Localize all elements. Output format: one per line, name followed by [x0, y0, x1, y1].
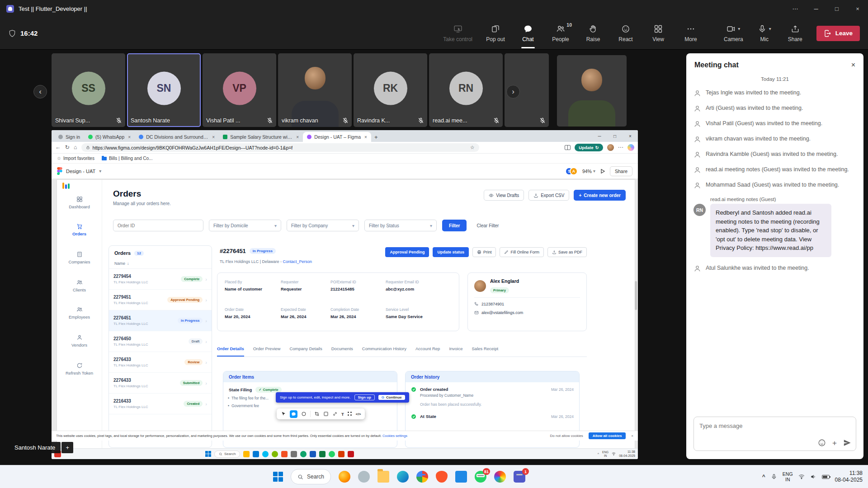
filter-domicile-select[interactable]: Filter by Domicile ▾ [209, 220, 281, 231]
browser-update-button[interactable]: Update ↻ [575, 144, 603, 151]
new-tab-button[interactable]: + [371, 132, 381, 142]
strip-next-button[interactable]: › [506, 85, 520, 99]
contact-person-link[interactable]: Contact_Person [283, 259, 312, 264]
brave-icon[interactable] [436, 471, 448, 483]
rect-tool-icon[interactable] [323, 411, 329, 417]
order-row[interactable]: 2276433TL Flex Holdings LLC Submitted › [109, 373, 212, 394]
order-row-selected[interactable]: 2276451TL Flex Holdings LLC In Progress … [109, 310, 212, 331]
phantom-icon[interactable] [358, 471, 370, 483]
ellipse-tool-icon[interactable] [301, 411, 307, 417]
taskbar-app-icon[interactable] [310, 451, 316, 457]
wifi-icon[interactable] [798, 474, 805, 480]
camera-button[interactable]: ▾ Camera [724, 24, 743, 42]
page-scrollbar[interactable] [635, 281, 637, 310]
print-button[interactable]: Print [472, 247, 496, 257]
doc-title-caret-icon[interactable]: ▾ [99, 169, 101, 174]
browser-menu-icon[interactable]: ⋯ [618, 145, 624, 150]
tab-sales-receipt[interactable]: Sales Receipt [472, 346, 499, 357]
fill-online-form-button[interactable]: Fill Online Form [500, 247, 544, 257]
order-row[interactable]: 2279454TL Flex Holdings LLC Complete › [109, 269, 212, 290]
export-csv-button[interactable]: Export CSV [528, 190, 569, 201]
sort-icon[interactable]: ↓ [127, 261, 129, 266]
browser-profile-avatar[interactable] [607, 144, 614, 151]
start-button[interactable] [273, 472, 283, 482]
mic-caret-icon[interactable]: ▾ [769, 26, 771, 31]
participant-tile[interactable]: SS Shivani Sup... [52, 53, 125, 127]
tab-account-rep[interactable]: Account Rep [415, 346, 440, 357]
create-new-order-button[interactable]: + Create new order [574, 190, 626, 201]
sidebar-item-orders[interactable]: Orders [57, 223, 102, 236]
filter-status-select[interactable]: Filter by Status ▾ [364, 220, 437, 231]
tab-communication-history[interactable]: Communication History [362, 346, 406, 357]
browser-sphere-icon[interactable] [494, 471, 506, 483]
tab-close-icon[interactable]: × [128, 135, 131, 140]
browser-minimize-button[interactable]: ─ [592, 130, 607, 142]
filter-button[interactable]: Filter [442, 220, 467, 231]
tray-chevron-icon[interactable]: ^ [598, 452, 599, 455]
battery-icon[interactable] [822, 475, 830, 479]
maximize-button[interactable]: □ [826, 0, 847, 17]
self-video-tile[interactable] [557, 55, 627, 127]
tray-chevron-icon[interactable]: ^ [762, 474, 765, 480]
taskbar-search[interactable]: Search [291, 469, 331, 484]
participant-tile[interactable]: VP Vishal Patil ... [203, 53, 276, 127]
strip-prev-button[interactable]: ‹ [33, 85, 47, 99]
order-row[interactable]: 2276433TL Flex Holdings LLC Review › [109, 352, 212, 373]
titlebar-more-button[interactable]: ⋯ [785, 0, 806, 17]
sidebar-item-refresh-token[interactable]: Refresh Token [57, 362, 102, 375]
chat-close-icon[interactable]: × [851, 61, 855, 69]
taskbar-app-icon[interactable] [319, 451, 326, 457]
vscode-icon[interactable] [455, 471, 467, 483]
split-screen-icon[interactable] [565, 145, 571, 150]
view-drafts-button[interactable]: View Drafts [484, 190, 524, 201]
language-indicator[interactable]: ENGIN [783, 471, 793, 482]
language-indicator[interactable]: ENGIN [602, 450, 609, 457]
tab-close-icon[interactable]: × [296, 135, 299, 140]
update-status-button[interactable]: Update status [433, 247, 469, 257]
browser-tab-sheets[interactable]: Sample Salary Structure with cal... × [219, 132, 303, 142]
tab-close-icon[interactable]: × [212, 135, 215, 140]
teams-icon[interactable]: 1 [514, 471, 525, 483]
participant-tile-video[interactable]: vikram chavan [278, 53, 352, 127]
attach-plus-icon[interactable]: + [832, 439, 837, 447]
mic-button[interactable]: ▾ Mic [755, 24, 774, 42]
react-button[interactable]: React [616, 24, 635, 42]
taskbar-app-icon[interactable] [291, 451, 297, 457]
taskbar-app-icon[interactable] [243, 451, 250, 457]
components-tool-icon[interactable] [348, 412, 352, 416]
clear-filter-button[interactable]: Clear Filter [472, 220, 503, 231]
taskbar-app-icon[interactable] [348, 451, 354, 457]
shared-clock[interactable]: 11:3808-04-2025 [619, 450, 635, 458]
chat-button[interactable]: Chat [519, 24, 538, 42]
tab-company-details[interactable]: Company Details [289, 346, 322, 357]
signup-button[interactable]: Sign up [354, 394, 375, 400]
figma-doc-title[interactable]: Design - UAT [66, 169, 95, 174]
start-icon[interactable] [205, 451, 211, 457]
text-tool-icon[interactable]: T [341, 412, 344, 417]
edge-icon[interactable] [397, 471, 409, 483]
people-button[interactable]: 10 People [551, 24, 570, 42]
order-row[interactable]: 2216433TL Flex Holdings LLC Created › [109, 394, 212, 414]
present-play-icon[interactable] [600, 169, 605, 174]
approval-pending-button[interactable]: Approval Pending [385, 247, 429, 257]
sidebar-item-dashboard[interactable]: Dashboard [57, 196, 102, 209]
zoom-control[interactable]: 94% ▾ [582, 169, 595, 174]
chat-input-box[interactable]: + [693, 417, 856, 451]
browser-tab-maps[interactable]: DC Divisions and Surroundings × [135, 132, 219, 142]
save-as-pdf-button[interactable]: Save as PDF [547, 247, 587, 257]
comment-tool-icon[interactable] [290, 410, 297, 418]
emoji-icon[interactable] [818, 439, 826, 447]
leave-button[interactable]: Leave [816, 26, 860, 41]
filter-company-select[interactable]: Filter by Company ▾ [287, 220, 359, 231]
browser-tab-figma-active[interactable]: Design - UAT – Figma × [303, 132, 371, 142]
tray-mic-icon[interactable] [771, 474, 777, 480]
camera-caret-icon[interactable]: ▾ [738, 26, 740, 31]
participant-tile[interactable]: RK Ravindra K... [354, 53, 427, 127]
browser-tab-signin[interactable]: Sign in [54, 132, 84, 142]
taskbar-app-icon[interactable] [300, 451, 307, 457]
name-column-header[interactable]: Name [114, 261, 125, 266]
pop-out-button[interactable]: Pop out [486, 24, 505, 42]
import-favorites-button[interactable]: ☆ Import favorites [57, 156, 94, 161]
cookie-settings-link[interactable]: Cookies settings [382, 434, 407, 438]
taskbar-app-icon[interactable] [281, 451, 288, 457]
